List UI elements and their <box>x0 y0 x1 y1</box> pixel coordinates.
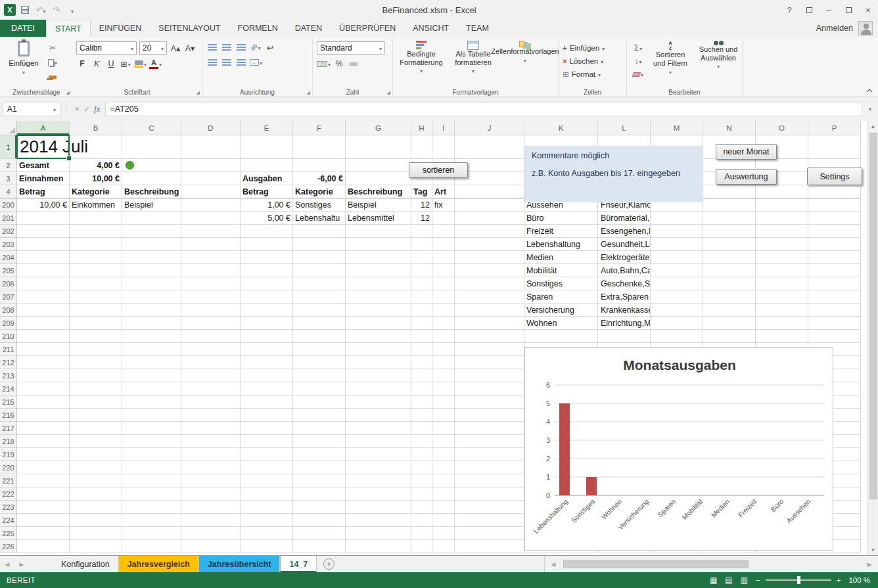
cell-A215[interactable] <box>17 396 70 409</box>
row-header-3[interactable]: 3 <box>0 172 17 185</box>
cell-B221[interactable] <box>70 474 122 487</box>
cell-J204[interactable] <box>455 251 524 264</box>
cell-B211[interactable] <box>70 343 122 356</box>
cell-I202[interactable] <box>432 225 455 238</box>
cell-O204[interactable] <box>756 251 808 264</box>
cell-F4[interactable]: Kategorie <box>293 185 346 198</box>
row-header-209[interactable]: 209 <box>0 317 17 330</box>
cell-B206[interactable] <box>70 277 122 290</box>
cell-I224[interactable] <box>432 514 455 527</box>
row-header-4[interactable]: 4 <box>0 185 17 198</box>
cell-H226[interactable] <box>411 540 432 553</box>
cell-H216[interactable] <box>411 409 432 422</box>
cell-D216[interactable] <box>181 409 241 422</box>
cell-D214[interactable] <box>181 382 241 396</box>
cell-A219[interactable] <box>17 448 70 461</box>
column-header-C[interactable]: C <box>122 121 181 135</box>
row-header-214[interactable]: 214 <box>0 382 17 396</box>
tab-start[interactable]: START <box>46 20 91 37</box>
scroll-down-icon[interactable]: ▼ <box>868 545 878 555</box>
cell-B216[interactable] <box>70 409 122 422</box>
cell-M208[interactable] <box>651 304 703 317</box>
cell-A216[interactable] <box>17 409 70 422</box>
cell-D226[interactable] <box>181 540 241 553</box>
cell-K203[interactable]: Lebenshaltung <box>524 238 598 251</box>
cell-F221[interactable] <box>293 474 346 487</box>
cell-G220[interactable] <box>346 461 411 474</box>
cell-B203[interactable] <box>70 238 122 251</box>
cell-B214[interactable] <box>70 382 122 396</box>
cell-J201[interactable] <box>455 212 524 225</box>
cell-G214[interactable] <box>346 382 411 396</box>
cell-F217[interactable] <box>293 422 346 435</box>
cell-H218[interactable] <box>411 435 432 448</box>
row-header-1[interactable]: 1 <box>0 135 17 159</box>
cell-E220[interactable] <box>241 461 293 474</box>
cell-H210[interactable] <box>411 330 432 343</box>
cell-H222[interactable] <box>411 487 432 501</box>
tab-formeln[interactable]: FORMELN <box>229 20 287 37</box>
font-dialog-launcher[interactable]: ◢ <box>196 90 200 95</box>
cell-A4[interactable]: Betrag <box>17 185 70 198</box>
cell-I217[interactable] <box>432 422 455 435</box>
cell-B4[interactable]: Kategorie <box>70 185 122 198</box>
cell-F206[interactable] <box>293 277 346 290</box>
row-header-223[interactable]: 223 <box>0 501 17 514</box>
cell-C210[interactable] <box>122 330 181 343</box>
auswertung-button[interactable]: Auswertung <box>716 169 777 185</box>
cell-C225[interactable] <box>122 527 181 540</box>
cell-D213[interactable] <box>181 369 241 382</box>
row-header-218[interactable]: 218 <box>0 435 17 448</box>
row-header-219[interactable]: 219 <box>0 448 17 461</box>
cell-F3[interactable]: -6,00 € <box>293 172 346 185</box>
cell-L206[interactable]: Geschenke,Sonstiges <box>598 277 651 290</box>
cell-B215[interactable] <box>70 396 122 409</box>
cell-C208[interactable] <box>122 304 181 317</box>
cell-D4[interactable] <box>181 185 241 198</box>
column-header-K[interactable]: K <box>524 121 598 135</box>
cell-M205[interactable] <box>651 264 703 277</box>
cell-E204[interactable] <box>241 251 293 264</box>
cell-A207[interactable] <box>17 290 70 304</box>
row-header-208[interactable]: 208 <box>0 304 17 317</box>
cell-A203[interactable] <box>17 238 70 251</box>
scroll-up-icon[interactable]: ▲ <box>868 121 878 131</box>
cell-A202[interactable] <box>17 225 70 238</box>
cell-C212[interactable] <box>122 356 181 369</box>
cell-H4[interactable]: Tag <box>411 185 432 198</box>
cell-O200[interactable] <box>756 198 808 212</box>
format-painter-button[interactable] <box>45 71 60 83</box>
align-bottom-button[interactable] <box>235 41 247 53</box>
qat-customize-button[interactable] <box>66 3 79 17</box>
cell-G226[interactable] <box>346 540 411 553</box>
cell-I205[interactable] <box>432 264 455 277</box>
fill-color-button[interactable] <box>134 58 147 70</box>
cell-C209[interactable] <box>122 317 181 330</box>
cell-H225[interactable] <box>411 527 432 540</box>
cell-F208[interactable] <box>293 304 346 317</box>
cell-E216[interactable] <box>241 409 293 422</box>
cell-G201[interactable]: Lebensmittel <box>346 212 411 225</box>
cell-D215[interactable] <box>181 396 241 409</box>
insert-function-button[interactable]: fx <box>94 104 100 114</box>
clear-button[interactable] <box>631 68 645 80</box>
hscroll-right-icon[interactable]: ▶ <box>862 561 877 568</box>
cell-K207[interactable]: Sparen <box>524 290 598 304</box>
excel-app-icon[interactable]: X <box>4 4 16 16</box>
cell-D219[interactable] <box>181 448 241 461</box>
orientation-button[interactable]: ab <box>250 41 262 53</box>
cell-F201[interactable]: Lebenshaltu <box>293 212 346 225</box>
cell-K208[interactable]: Versicherung <box>524 304 598 317</box>
cell-F215[interactable] <box>293 396 346 409</box>
cell-K206[interactable]: Sonstiges <box>524 277 598 290</box>
cell-H212[interactable] <box>411 356 432 369</box>
expand-formula-bar-button[interactable] <box>865 106 875 112</box>
cell-G221[interactable] <box>346 474 411 487</box>
cell-A222[interactable] <box>17 487 70 501</box>
cell-D3[interactable] <box>181 172 241 185</box>
cell-F225[interactable] <box>293 527 346 540</box>
cell-H204[interactable] <box>411 251 432 264</box>
cell-H203[interactable] <box>411 238 432 251</box>
cell-E2[interactable] <box>241 159 293 172</box>
cell-F224[interactable] <box>293 514 346 527</box>
